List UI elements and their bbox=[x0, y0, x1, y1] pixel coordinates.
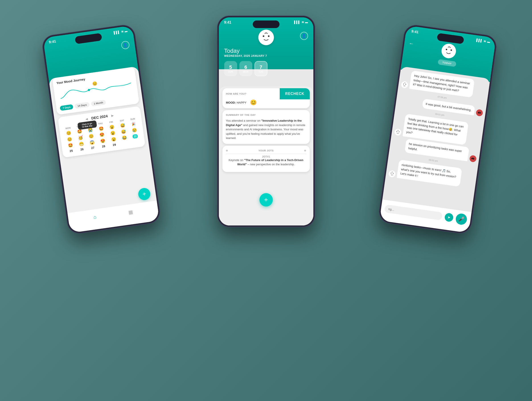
jots-divider bbox=[226, 154, 306, 154]
status-icons-right: ▌▌▌ ≋ ▬ bbox=[476, 38, 490, 44]
cal-emoji-14[interactable]: 😢 bbox=[129, 126, 140, 134]
chat-input-field[interactable] bbox=[384, 204, 442, 220]
recheck-text: RECHECK bbox=[285, 92, 304, 96]
cal-emoji-7[interactable]: 🎉 bbox=[128, 120, 139, 127]
how-label: HOW ARE YOU? bbox=[226, 93, 247, 95]
cal-num-28[interactable]: 28 bbox=[98, 144, 109, 149]
wifi-icon-c: ≋ bbox=[302, 20, 304, 24]
summary-text: You attended a seminar on "Innovative Le… bbox=[226, 119, 306, 140]
cal-emoji-8[interactable]: 😊 bbox=[64, 136, 75, 143]
cal-emoji-15[interactable]: 🤩 bbox=[65, 142, 76, 149]
summary-label: SUMMARY OF THE DAY bbox=[226, 114, 306, 116]
cal-emoji-20[interactable]: 😂 bbox=[119, 134, 130, 141]
user-avatar-1: 🕶 bbox=[476, 109, 483, 117]
svg-point-7 bbox=[401, 81, 408, 88]
cal-num-22[interactable]: 22 bbox=[129, 133, 141, 140]
battery-icon-c: ▬ bbox=[305, 20, 308, 24]
cal-emoji-11[interactable]: 😍 bbox=[96, 131, 108, 138]
how-card-bottom: MOOD: HAPPY 😊 bbox=[222, 99, 310, 108]
cal-emoji-1[interactable]: 😊 bbox=[63, 129, 74, 137]
date-day-sun: SUN bbox=[228, 71, 233, 73]
mood-label-text: MOOD: HAPPY bbox=[226, 101, 247, 104]
mood-value: HAPPY bbox=[237, 101, 247, 104]
jot-1-text: Keynote on "The Future of Leadership in … bbox=[226, 158, 306, 167]
svg-point-4 bbox=[441, 44, 456, 59]
cal-emoji-13[interactable]: 😅 bbox=[118, 128, 129, 135]
date-num-6: 6 bbox=[244, 64, 247, 70]
signal-icon-c: ▌▌▌ bbox=[294, 20, 300, 24]
send-button[interactable]: ➤ bbox=[444, 213, 454, 222]
date-pills: 5 SUN 6 MON 7 TUE bbox=[219, 59, 313, 79]
bot-avatar-2 bbox=[394, 128, 402, 136]
status-icons-center: ▌▌▌ ≋ ▬ bbox=[294, 20, 308, 24]
summary-card: SUMMARY OF THE DAY You attended a semina… bbox=[222, 110, 310, 144]
chat-row-5: rioritizing tasks—music to ears! 🎵 So, w… bbox=[388, 158, 475, 188]
status-time-right: 9:41 bbox=[411, 29, 418, 34]
jots-dot-right bbox=[304, 150, 306, 151]
cal-num-29[interactable]: 29 bbox=[109, 142, 120, 147]
cal-emoji-18[interactable]: 😍 bbox=[97, 137, 108, 144]
mic-button[interactable]: 🎤 bbox=[455, 213, 467, 225]
filter-7days[interactable]: 7 Days bbox=[59, 104, 73, 111]
battery-icon: ▬ bbox=[124, 29, 127, 33]
fab-center[interactable]: + bbox=[260, 193, 273, 207]
signal-icon: ▌▌▌ bbox=[114, 30, 120, 35]
date-pill-tue[interactable]: 7 TUE bbox=[254, 61, 267, 76]
jots-label: YOUR JOTS bbox=[258, 149, 273, 152]
phone-left: 9:41 ▌▌▌ ≋ ▬ Today WEDNESDAY, 2024 DECEM… bbox=[41, 23, 161, 235]
jots-dot-left bbox=[226, 150, 228, 151]
cal-num-empty2 bbox=[130, 139, 141, 144]
cal-num-empty1 bbox=[120, 140, 131, 146]
center-title: Today bbox=[224, 47, 308, 54]
cal-emoji-17[interactable]: 😱 bbox=[86, 139, 97, 146]
user-avatar-2: 🕶 bbox=[469, 155, 477, 163]
dynamic-island-center bbox=[253, 20, 279, 28]
cal-emoji-4[interactable]: 🤩 bbox=[95, 125, 107, 132]
wifi-icon-r: ≋ bbox=[483, 39, 486, 43]
date-day-mon: MON bbox=[243, 71, 248, 73]
calendar-month-title: DEC 2024 bbox=[91, 114, 108, 120]
mood-emoji-chart: 😊 bbox=[92, 81, 97, 87]
cal-emoji-5[interactable]: 😮 bbox=[106, 123, 117, 131]
cal-emoji-6[interactable]: 😅 bbox=[117, 122, 128, 129]
how-card-left: HOW ARE YOU? bbox=[222, 89, 250, 98]
status-time-center: 9:41 bbox=[224, 20, 231, 25]
mood-emoji: 😊 bbox=[250, 99, 257, 106]
jot-1: JOT#1 Keynote on "The Future of Leadersh… bbox=[226, 155, 306, 167]
date-pill-mon[interactable]: 6 MON bbox=[239, 61, 252, 76]
status-time-left: 9:41 bbox=[49, 39, 56, 44]
date-num-7: 7 bbox=[260, 64, 262, 70]
wifi-icon: ≋ bbox=[120, 30, 123, 33]
date-day-tue: TUE bbox=[259, 71, 263, 73]
svg-point-13 bbox=[388, 170, 396, 177]
cal-emoji-19[interactable]: 😮 bbox=[108, 136, 119, 143]
cal-num-25[interactable]: 25 bbox=[66, 148, 77, 153]
phones-container: 9:41 ▌▌▌ ≋ ▬ Today WEDNESDAY, 2024 DECEM… bbox=[21, 11, 511, 390]
cal-emoji-10[interactable]: 😊 Click to goto that day bbox=[86, 132, 97, 140]
cal-emoji-16[interactable]: 😁 bbox=[76, 140, 87, 147]
filter-14days[interactable]: 14 Days bbox=[75, 102, 90, 109]
battery-icon-r: ▬ bbox=[487, 40, 490, 44]
cal-prev-arrow[interactable]: ◀ bbox=[85, 117, 88, 121]
nav-calendar-left[interactable]: ▦ bbox=[128, 209, 133, 215]
filter-1month[interactable]: 1 Month bbox=[91, 100, 106, 107]
nav-home-left[interactable]: ⌂ bbox=[93, 214, 97, 220]
profile-icon-center[interactable]: 👤 bbox=[300, 32, 308, 40]
jots-card: YOUR JOTS JOT#1 Keynote on "The Future o… bbox=[222, 146, 310, 172]
date-pill-sun[interactable]: 5 SUN bbox=[224, 61, 237, 76]
cal-num-27[interactable]: 27 bbox=[87, 145, 98, 150]
svg-point-10 bbox=[394, 129, 401, 136]
signal-icon-r: ▌▌▌ bbox=[476, 38, 482, 43]
status-icons-left: ▌▌▌ ≋ ▬ bbox=[114, 29, 127, 34]
recheck-button[interactable]: RECHECK bbox=[280, 88, 310, 99]
phone-right: 9:41 ▌▌▌ ≋ ▬ ← TODAY bbox=[377, 23, 498, 235]
cal-emoji-9[interactable]: 🥳 bbox=[75, 134, 86, 141]
date-num-5: 5 bbox=[229, 64, 232, 70]
cal-num-26[interactable]: 26 bbox=[76, 147, 87, 152]
cal-emoji-12[interactable]: 😮 bbox=[107, 130, 118, 137]
back-arrow[interactable]: ← bbox=[408, 40, 414, 47]
right-avatar bbox=[440, 43, 457, 59]
cal-next-arrow[interactable]: ▶ bbox=[111, 114, 114, 117]
how-card-header: HOW ARE YOU? RECHECK bbox=[222, 88, 310, 99]
calendar-card: ◀ DEC 2024 ▶ MON TUE WED THU FRI SAT SUN bbox=[57, 106, 145, 158]
